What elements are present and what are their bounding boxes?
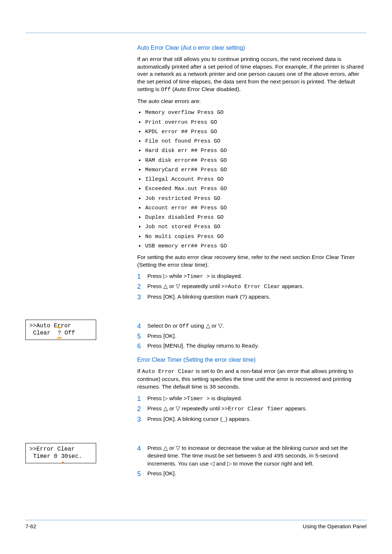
step: Press [OK]. A blinking question mark (?)… [137, 293, 367, 301]
list-item: Job restricted Press GO [137, 194, 367, 202]
steps-2b: Press △ or ▽ to increase or decrease the… [137, 444, 367, 477]
down-triangle-icon: ▽ [176, 445, 180, 451]
steps-1: Press ▷ while >Timer > is displayed. Pre… [137, 272, 367, 301]
list-item: File not found Press GO [137, 137, 367, 145]
up-triangle-icon: △ [163, 445, 168, 451]
list-item: Memory overflow Press GO [137, 108, 367, 116]
step: Press ▷ while >Timer > is displayed. [137, 272, 367, 280]
list-item: Exceeded Max.out Press GO [137, 185, 367, 193]
list-item: Duplex disabled Press GO [137, 213, 367, 221]
right-triangle-icon: ▷ [163, 395, 168, 401]
up-triangle-icon: △ [163, 283, 168, 289]
error-list: Memory overflow Press GO Print overrun P… [137, 108, 367, 250]
step: Press △ or ▽ repeatedly until >>Error Cl… [137, 405, 367, 413]
list-item: USB memory err## Press GO [137, 242, 367, 250]
footer-row: 7-62 Using the Operation Panel [25, 523, 367, 529]
lcd-line2: Timer 030sec. [29, 453, 92, 460]
step: Select On or Off using △ or ▽. [137, 322, 367, 330]
right-column: Auto Error Clear (Aut o error clear sett… [137, 44, 367, 481]
step: Press [OK]. [137, 470, 367, 477]
left-triangle-icon: ◁ [210, 460, 215, 467]
down-triangle-icon: ▽ [218, 323, 222, 329]
page-number: 7-62 [25, 523, 36, 529]
footer-rule [25, 520, 367, 520]
page-content: >>Auto Error Clear ◥▼◤ ? ◢▲◣ Off >>Error… [0, 0, 392, 481]
list-item: Print overrun Press GO [137, 118, 367, 126]
down-triangle-icon: ▽ [176, 405, 180, 411]
list-item: Job not stored Press GO [137, 223, 367, 231]
heading-auto-error: Auto Error Clear (Aut o error clear sett… [137, 44, 367, 52]
lcd-line2: Clear ◥▼◤ ? ◢▲◣ Off [29, 329, 92, 337]
right-triangle-icon: ▷ [227, 460, 232, 467]
intro-para: If an error that still allows you to con… [137, 56, 367, 94]
steps-2: Press ▷ while >Timer > is displayed. Pre… [137, 395, 367, 423]
lcd-auto-error: >>Auto Error Clear ◥▼◤ ? ◢▲◣ Off [25, 320, 96, 340]
errors-intro: The auto clear errors are: [137, 98, 367, 105]
step: Press [OK]. A blinking cursor (_) appear… [137, 415, 367, 423]
list-item: KPDL error ## Press GO [137, 128, 367, 136]
step: Press △ or ▽ to increase or decrease the… [137, 444, 367, 468]
two-column: >>Auto Error Clear ◥▼◤ ? ◢▲◣ Off >>Error… [25, 44, 367, 481]
footer-title: Using the Operation Panel [303, 523, 367, 529]
step: Press △ or ▽ repeatedly until >>Auto Err… [137, 283, 367, 291]
footer: 7-62 Using the Operation Panel [25, 520, 367, 529]
list-item: Account error ## Press GO [137, 204, 367, 212]
list-item: No multi copies Press GO [137, 233, 367, 241]
step: Press [MENU]. The display returns to Rea… [137, 342, 367, 350]
up-triangle-icon: △ [163, 405, 168, 411]
lcd-error-timer: >>Error Clear Timer 030sec. [25, 443, 96, 463]
list-item: Illegal Account Press GO [137, 175, 367, 183]
down-triangle-icon: ▽ [176, 283, 180, 289]
lcd-line1: >>Error Clear [29, 446, 92, 453]
intro-para-2: If Auto Error Clear is set to On and a n… [137, 368, 367, 391]
spacer [137, 305, 367, 320]
list-item: MemoryCard err## Press GO [137, 166, 367, 174]
blink-cursor: 3 [57, 453, 65, 460]
heading-error-timer: Error Clear Timer (Setting the error cle… [137, 356, 367, 364]
top-rule [25, 33, 367, 33]
blink-q: ◥▼◤ ? ◢▲◣ [54, 329, 61, 337]
right-triangle-icon: ▷ [163, 273, 168, 279]
after-list: For setting the auto error clear recover… [137, 254, 367, 269]
step: Press ▷ while >Timer > is displayed. [137, 395, 367, 403]
up-triangle-icon: △ [206, 323, 210, 329]
left-column: >>Auto Error Clear ◥▼◤ ? ◢▲◣ Off >>Error… [25, 44, 131, 481]
step: Press [OK]. [137, 332, 367, 340]
list-item: RAM disk error## Press GO [137, 156, 367, 164]
spacer [137, 427, 367, 442]
steps-1b: Select On or Off using △ or ▽. Press [OK… [137, 322, 367, 350]
list-item: Hard disk err ## Press GO [137, 147, 367, 155]
